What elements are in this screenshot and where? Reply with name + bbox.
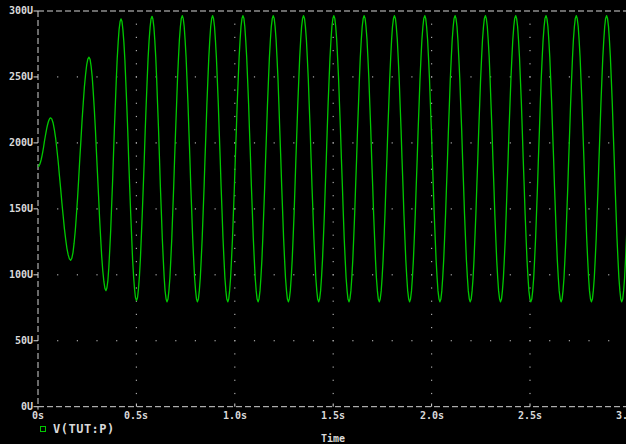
y-tick-label: 200U xyxy=(3,138,33,148)
trace-legend-label: V(TUT:P) xyxy=(53,424,115,434)
x-tick-label: 3.0s xyxy=(608,411,626,421)
y-tick-label: 50U xyxy=(3,336,33,346)
y-tick-label: 250U xyxy=(3,72,33,82)
x-tick-label: 1.0s xyxy=(215,411,255,421)
waveform-trace[interactable] xyxy=(38,16,626,302)
y-tick-label: 100U xyxy=(3,270,33,280)
x-tick-label: 0.5s xyxy=(116,411,156,421)
x-tick-label: 0s xyxy=(18,411,58,421)
legend[interactable]: V(TUT:P) xyxy=(40,424,115,434)
waveform-plot-area xyxy=(0,0,626,444)
probe-waveform-window: 0U50U100U150U200U250U300U 0s0.5s1.0s1.5s… xyxy=(0,0,626,444)
y-tick-label: 150U xyxy=(3,204,33,214)
y-tick-label: 300U xyxy=(3,6,33,16)
x-tick-label: 2.0s xyxy=(412,411,452,421)
trace-marker-square-icon xyxy=(40,426,46,432)
grid-dots xyxy=(57,24,609,395)
x-tick-label: 1.5s xyxy=(313,411,353,421)
x-tick-label: 2.5s xyxy=(510,411,550,421)
x-axis-title: Time xyxy=(311,434,355,444)
plot-border xyxy=(38,11,626,410)
